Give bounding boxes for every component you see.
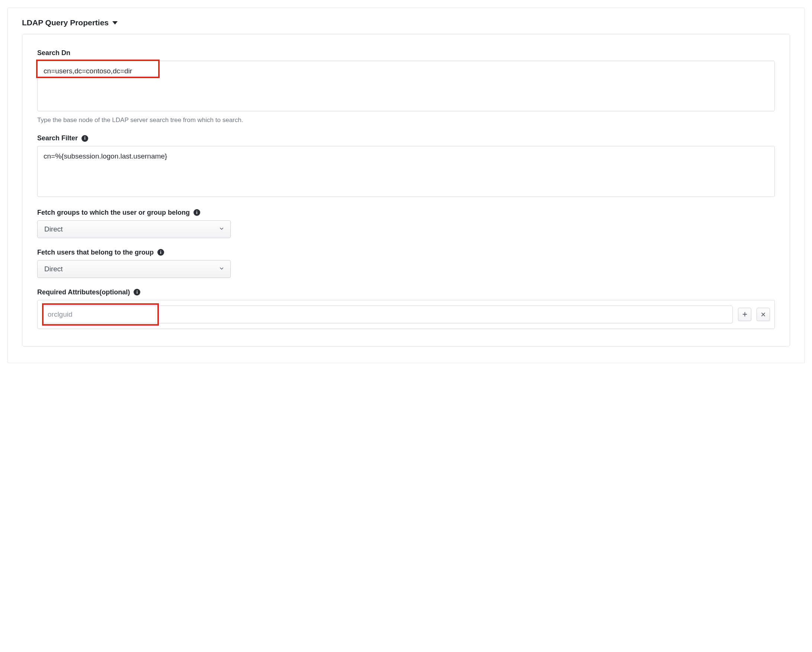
field-fetch-groups: Fetch groups to which the user or group …	[37, 209, 775, 238]
search-filter-input[interactable]	[37, 146, 775, 197]
label-text: Fetch groups to which the user or group …	[37, 209, 190, 217]
section-title: LDAP Query Properties	[22, 18, 109, 27]
caret-down-icon	[112, 21, 118, 24]
label-text: Search Dn	[37, 49, 70, 57]
search-dn-wrap	[37, 61, 775, 113]
page-container: LDAP Query Properties Search Dn Type the…	[8, 8, 804, 363]
add-button[interactable]	[738, 308, 751, 321]
chevron-down-icon	[219, 265, 224, 273]
label-text: Search Filter	[37, 134, 78, 142]
section-toggle[interactable]: LDAP Query Properties	[22, 18, 790, 27]
remove-button[interactable]	[757, 308, 770, 321]
required-attrs-row	[37, 300, 775, 329]
field-search-filter: Search Filter i	[37, 134, 775, 198]
info-icon[interactable]: i	[134, 289, 140, 295]
properties-panel: Search Dn Type the base node of the LDAP…	[22, 34, 790, 347]
select-value: Direct	[44, 225, 63, 233]
label-fetch-users: Fetch users that belong to the group i	[37, 249, 775, 257]
info-icon[interactable]: i	[194, 209, 200, 216]
fetch-users-select[interactable]: Direct	[37, 260, 231, 278]
info-icon[interactable]: i	[81, 135, 88, 142]
fetch-groups-select[interactable]: Direct	[37, 220, 231, 238]
label-text: Fetch users that belong to the group	[37, 249, 154, 257]
info-icon[interactable]: i	[157, 249, 164, 256]
label-search-filter: Search Filter i	[37, 134, 775, 142]
field-required-attrs: Required Attributes(optional) i	[37, 289, 775, 329]
label-fetch-groups: Fetch groups to which the user or group …	[37, 209, 775, 217]
required-attr-wrap	[42, 305, 733, 324]
plus-icon	[742, 311, 748, 317]
search-dn-input[interactable]	[37, 61, 775, 111]
label-required-attrs: Required Attributes(optional) i	[37, 289, 775, 296]
close-icon	[761, 312, 766, 317]
label-search-dn: Search Dn	[37, 49, 775, 57]
search-dn-help: Type the base node of the LDAP server se…	[37, 116, 775, 124]
label-text: Required Attributes(optional)	[37, 289, 130, 296]
field-fetch-users: Fetch users that belong to the group i D…	[37, 249, 775, 278]
required-attr-input[interactable]	[42, 305, 733, 324]
field-search-dn: Search Dn Type the base node of the LDAP…	[37, 49, 775, 124]
chevron-down-icon	[219, 225, 224, 233]
select-value: Direct	[44, 265, 63, 273]
